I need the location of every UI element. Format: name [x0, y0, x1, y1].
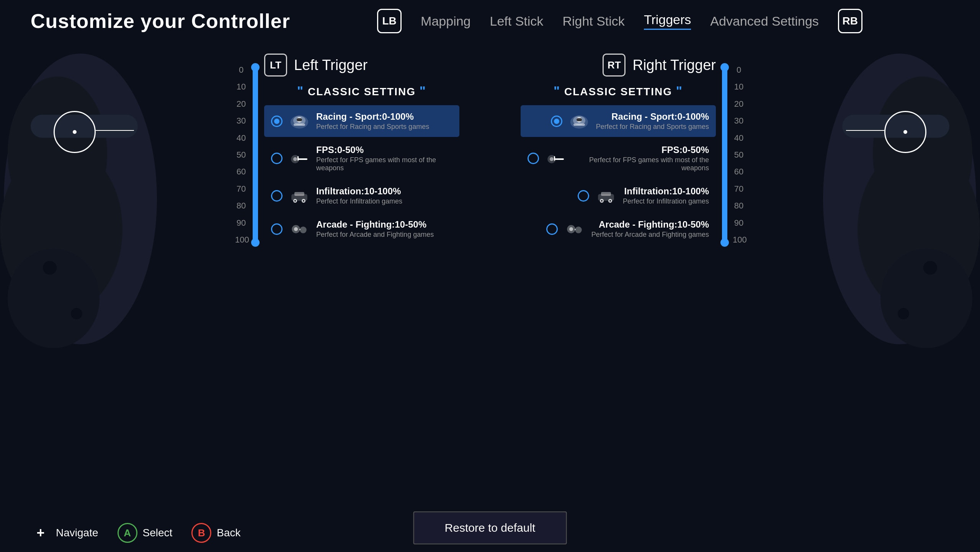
- right-stick-indicator: [884, 111, 926, 153]
- svg-rect-16: [294, 124, 305, 126]
- navigate-label: Navigate: [56, 527, 98, 539]
- left-trigger-slider[interactable]: [253, 65, 258, 245]
- right-scale: 0 10 20 30 40 50 60 70 80 90 100: [730, 65, 745, 245]
- svg-point-30: [294, 227, 298, 231]
- left-option-infiltration[interactable]: Infiltration:10-100% Perfect for Infiltr…: [264, 180, 459, 212]
- left-option-infiltration-texts: Infiltration:10-100% Perfect for Infiltr…: [316, 186, 402, 205]
- right-open-quote: ": [554, 83, 560, 98]
- left-option-racing[interactable]: Racing - Sport:0-100% Perfect for Racing…: [264, 105, 459, 137]
- left-icon-racing: [289, 113, 310, 130]
- right-radio-fps[interactable]: [528, 153, 539, 164]
- footer-nav: + Navigate A Select B Back: [31, 523, 241, 543]
- left-racing-title: Racing - Sport:0-100%: [316, 111, 429, 122]
- restore-default-button[interactable]: Restore to default: [413, 511, 567, 544]
- right-option-fps[interactable]: FPS:0-50% Perfect for FPS games with mos…: [521, 138, 716, 178]
- nav-right-stick[interactable]: Right Stick: [562, 14, 625, 29]
- nav-advanced-settings[interactable]: Advanced Settings: [710, 14, 819, 29]
- svg-rect-40: [555, 158, 564, 160]
- svg-point-28: [303, 200, 304, 202]
- right-radio-infiltration[interactable]: [578, 190, 589, 202]
- svg-point-31: [300, 227, 306, 233]
- right-racing-subtitle: Perfect for Racing and Sports games: [596, 123, 709, 131]
- left-radio-fighting[interactable]: [271, 223, 283, 235]
- left-trigger-panel: 0 10 20 30 40 50 60 70 80 90 100 LT: [235, 54, 463, 246]
- svg-point-13: [898, 308, 909, 319]
- left-classic-setting-label: " CLASSIC SETTING ": [264, 83, 459, 98]
- right-slider-bottom-thumb[interactable]: [720, 238, 729, 247]
- left-radio-infiltration[interactable]: [271, 190, 283, 202]
- left-infiltration-title: Infiltration:10-100%: [316, 186, 402, 197]
- right-trigger-header-row: Right Trigger RT: [521, 54, 716, 77]
- right-option-infiltration[interactable]: Infiltration:10-100% Perfect for Infiltr…: [521, 180, 716, 212]
- right-fighting-subtitle: Perfect for Arcade and Fighting games: [591, 231, 709, 239]
- left-slider-top-thumb[interactable]: [251, 63, 260, 72]
- svg-point-27: [294, 200, 296, 202]
- nav-left-stick[interactable]: Left Stick: [490, 14, 544, 29]
- a-button-icon[interactable]: A: [118, 523, 137, 543]
- svg-point-47: [609, 200, 611, 202]
- nav-triggers[interactable]: Triggers: [644, 12, 691, 30]
- right-icon-infiltration: [595, 187, 617, 204]
- svg-rect-21: [298, 158, 307, 160]
- right-racing-title: Racing - Sport:0-100%: [596, 111, 709, 122]
- svg-point-46: [601, 200, 603, 202]
- right-option-fighting[interactable]: Arcade - Fighting:10-50% Perfect for Arc…: [521, 213, 716, 245]
- svg-rect-35: [573, 124, 585, 126]
- left-trigger-header-row: LT Left Trigger: [264, 54, 459, 77]
- lb-button[interactable]: LB: [377, 9, 402, 33]
- svg-line-32: [300, 229, 300, 230]
- select-label: Select: [143, 527, 173, 539]
- left-icon-infiltration: [289, 187, 310, 204]
- back-button: B Back: [191, 523, 240, 543]
- right-icon-fighting: [564, 221, 585, 238]
- right-option-racing[interactable]: Racing - Sport:0-100% Perfect for Racing…: [521, 105, 716, 137]
- right-radio-fighting[interactable]: [546, 223, 558, 235]
- left-scale: 0 10 20 30 40 50 60 70 80 90 100: [235, 65, 250, 245]
- left-infiltration-subtitle: Perfect for Infiltration games: [316, 197, 402, 205]
- svg-point-12: [923, 261, 937, 275]
- right-trigger-label-box: RT: [603, 54, 626, 77]
- left-option-racing-texts: Racing - Sport:0-100% Perfect for Racing…: [316, 111, 429, 131]
- nav-mapping[interactable]: Mapping: [421, 14, 470, 29]
- svg-rect-43: [601, 192, 611, 196]
- svg-rect-37: [577, 118, 582, 121]
- right-fps-title: FPS:0-50%: [573, 145, 709, 155]
- b-button-icon[interactable]: B: [191, 523, 211, 543]
- right-trigger-slider[interactable]: [722, 65, 727, 245]
- back-label: Back: [217, 527, 240, 539]
- right-icon-racing: [568, 113, 590, 130]
- left-option-fighting[interactable]: Arcade - Fighting:10-50% Perfect for Arc…: [264, 213, 459, 245]
- header: Customize your Controller LB Mapping Lef…: [0, 0, 980, 42]
- right-option-fps-texts: FPS:0-50% Perfect for FPS games with mos…: [573, 145, 709, 172]
- left-slider-wrapper: 0 10 20 30 40 50 60 70 80 90 100: [235, 65, 260, 245]
- left-trigger-title: Left Trigger: [294, 57, 368, 73]
- left-fps-subtitle: Perfect for FPS games with most of the w…: [316, 156, 452, 172]
- right-slider-top-thumb[interactable]: [720, 63, 729, 72]
- page-title: Customize your Controller: [31, 10, 290, 33]
- navigate-button: + Navigate: [31, 523, 98, 543]
- left-option-fps-texts: FPS:0-50% Perfect for FPS games with mos…: [316, 145, 452, 172]
- right-radio-racing[interactable]: [551, 116, 562, 127]
- right-infiltration-title: Infiltration:10-100%: [623, 186, 709, 197]
- left-option-fps[interactable]: FPS:0-50% Perfect for FPS games with mos…: [264, 138, 459, 178]
- left-radio-racing[interactable]: [271, 116, 283, 127]
- svg-rect-41: [554, 156, 555, 161]
- trigger-panels: 0 10 20 30 40 50 60 70 80 90 100 LT: [107, 54, 873, 246]
- left-option-fighting-texts: Arcade - Fighting:10-50% Perfect for Arc…: [316, 219, 434, 239]
- right-stick-dot: [903, 130, 907, 134]
- svg-point-39: [550, 157, 554, 161]
- left-radio-fps[interactable]: [271, 153, 283, 164]
- svg-point-5: [43, 261, 57, 275]
- rb-button[interactable]: RB: [838, 9, 862, 33]
- select-button: A Select: [118, 523, 173, 543]
- right-option-fighting-texts: Arcade - Fighting:10-50% Perfect for Arc…: [591, 219, 709, 239]
- svg-point-20: [293, 157, 297, 161]
- left-trigger-label-box: LT: [264, 54, 287, 77]
- right-trigger-content: Right Trigger RT " CLASSIC SETTING " Rac…: [517, 54, 720, 246]
- left-fighting-subtitle: Perfect for Arcade and Fighting games: [316, 231, 434, 239]
- right-option-infiltration-texts: Infiltration:10-100% Perfect for Infiltr…: [623, 186, 709, 205]
- left-slider-bottom-thumb[interactable]: [251, 238, 260, 247]
- svg-point-6: [71, 308, 82, 319]
- right-slider-wrapper: 0 10 20 30 40 50 60 70 80 90 100: [720, 65, 745, 245]
- svg-point-49: [569, 227, 573, 231]
